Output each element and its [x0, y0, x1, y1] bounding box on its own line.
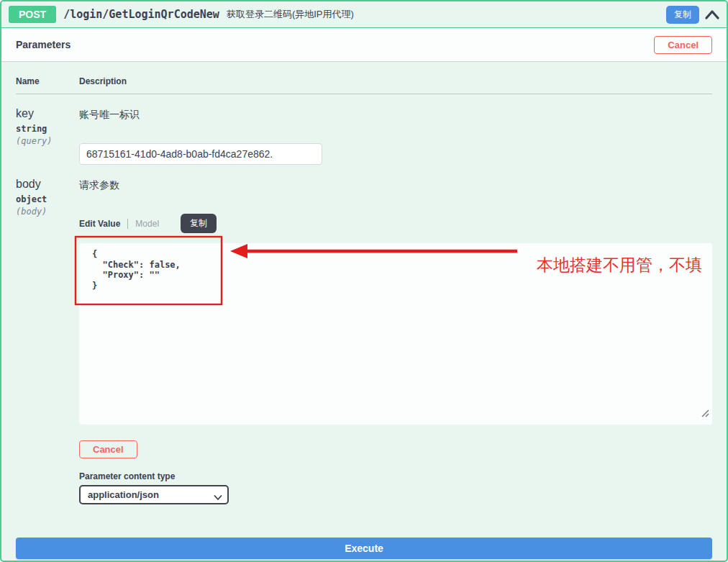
endpoint-description: 获取登录二维码(异地IP用代理)	[227, 8, 354, 21]
request-body-textarea[interactable]: { "Check": false, "Proxy": "" }	[79, 243, 712, 425]
copy-endpoint-button[interactable]: 复制	[666, 6, 699, 24]
http-method-badge: POST	[9, 6, 56, 23]
content-type-block: Parameter content type application/json	[79, 471, 712, 504]
cancel-tryout-button[interactable]: Cancel	[654, 36, 712, 54]
param-name: key	[16, 107, 79, 120]
copy-body-button[interactable]: 复制	[181, 214, 217, 233]
param-name: body	[16, 178, 79, 191]
param-location: (query)	[16, 136, 79, 146]
content-type-label: Parameter content type	[79, 471, 712, 481]
param-location: (body)	[16, 207, 79, 217]
cancel-body-button[interactable]: Cancel	[79, 440, 137, 458]
tab-edit-value[interactable]: Edit Value	[79, 219, 128, 229]
execute-button[interactable]: Execute	[16, 538, 712, 559]
param-description: 账号唯一标识	[79, 107, 712, 122]
parameter-row-key: key string (query) 账号唯一标识	[16, 94, 712, 165]
tab-model[interactable]: Model	[135, 219, 159, 229]
textarea-resize-handle[interactable]	[701, 407, 709, 420]
param-type: object	[16, 194, 79, 204]
collapse-button[interactable]	[705, 9, 719, 20]
parameters-title: Parameters	[16, 39, 70, 50]
key-value-input[interactable]	[79, 143, 322, 165]
parameters-table: Name Description key string (query) 账号唯一…	[1, 62, 727, 504]
content-type-select[interactable]: application/json	[79, 485, 229, 504]
operation-summary-bar: POST /login/GetLoginQrCodeNew 获取登录二维码(异地…	[1, 1, 727, 28]
chevron-up-icon	[705, 9, 719, 20]
column-header-name: Name	[16, 76, 79, 86]
body-editor-tabs: Edit Value Model 复制	[79, 214, 712, 233]
column-header-description: Description	[79, 76, 712, 86]
endpoint-path: /login/GetLoginQrCodeNew	[63, 8, 219, 21]
parameter-row-body: body object (body) 请求参数 Edit Value Model…	[16, 178, 712, 504]
api-operation-block: POST /login/GetLoginQrCodeNew 获取登录二维码(异地…	[0, 0, 728, 562]
parameters-section-header: Parameters Cancel	[1, 28, 727, 62]
param-description: 请求参数	[79, 178, 712, 192]
execute-section: Execute	[1, 504, 727, 562]
table-header-row: Name Description	[16, 76, 712, 94]
param-type: string	[16, 124, 79, 134]
